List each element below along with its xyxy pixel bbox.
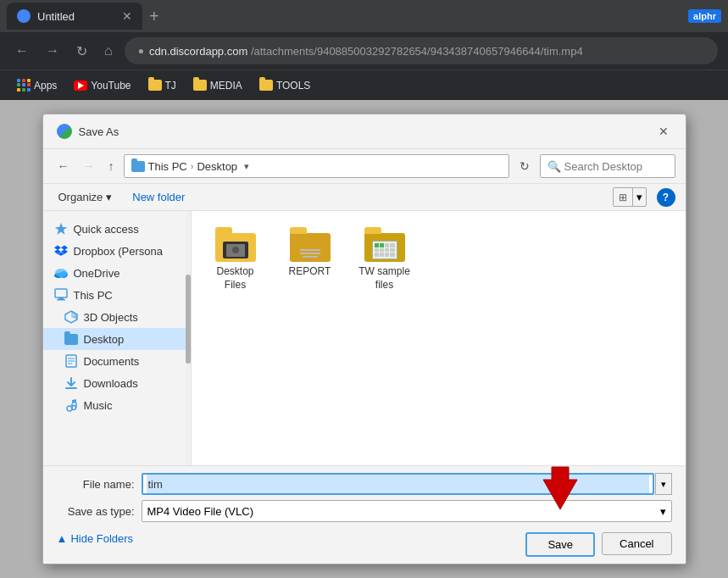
sidebar-item-3d-objects[interactable]: 3D Objects (43, 306, 191, 328)
hide-folders-label: Hide Folders (70, 532, 133, 545)
tab-area: Untitled ✕ + (7, 3, 685, 30)
address-bar-inner: ● cdn.discordapp.com /attachments/940885… (138, 45, 704, 58)
file-label: Desktop Files (207, 265, 264, 292)
sidebar-item-label: Music (84, 399, 113, 412)
folder-icon (364, 226, 405, 262)
filename-dropdown-button[interactable]: ▾ (655, 473, 672, 495)
bookmark-apps[interactable]: Apps (10, 75, 64, 96)
sidebar-item-label: Dropbox (Persona (74, 245, 164, 258)
filename-label: File name: (57, 478, 142, 491)
dialog-title-left: Save As (57, 124, 119, 139)
apps-dot (22, 83, 25, 86)
file-item-tw-sample[interactable]: TW sample files (351, 221, 419, 297)
bookmark-tools[interactable]: TOOLS (253, 76, 317, 95)
file-item-desktop-files[interactable]: Desktop Files (202, 221, 270, 297)
folder-body (290, 233, 331, 262)
view-mode-button[interactable]: ⊞ (614, 189, 632, 206)
file-item-report[interactable]: REPORT (276, 221, 344, 297)
dialog-favicon (57, 124, 72, 139)
address-bar[interactable]: ● cdn.discordapp.com /attachments/940885… (125, 37, 718, 64)
sheet-cell (380, 248, 384, 253)
organize-button[interactable]: Organize ▾ (53, 188, 118, 206)
bookmark-tj[interactable]: TJ (142, 76, 183, 95)
apps-dot (27, 88, 31, 92)
bookmark-youtube-label: YouTube (91, 80, 131, 92)
sheet-cell (375, 248, 379, 253)
search-input[interactable] (564, 160, 668, 173)
apps-dot (22, 79, 25, 82)
sidebar-item-desktop[interactable]: Desktop (43, 328, 191, 350)
apps-dot (22, 88, 25, 92)
help-button[interactable]: ? (657, 188, 675, 207)
new-tab-button[interactable]: + (146, 3, 163, 30)
cancel-button[interactable]: Cancel (602, 532, 671, 555)
bookmark-youtube[interactable]: YouTube (67, 76, 137, 95)
dialog-actions: ▲ Hide Folders (57, 529, 672, 557)
bookmark-media[interactable]: MEDIA (186, 76, 249, 95)
sidebar-item-label: 3D Objects (84, 311, 138, 324)
browser-tab[interactable]: Untitled ✕ (7, 3, 142, 30)
dialog-up-button[interactable]: ↑ (104, 157, 119, 175)
organize-label: Organize (58, 191, 103, 203)
svg-point-3 (55, 269, 67, 277)
sidebar-item-dropbox[interactable]: Dropbox (Persona (43, 240, 191, 262)
save-area: Save (525, 532, 595, 557)
view-dropdown-button[interactable]: ▾ (632, 188, 646, 206)
sidebar-scrollbar[interactable] (186, 211, 191, 465)
dialog-title-bar: Save As ✕ (43, 114, 686, 149)
onedrive-icon (53, 265, 69, 281)
folder-body (215, 233, 256, 262)
dialog-back-button[interactable]: ← (53, 157, 74, 175)
tab-close-button[interactable]: ✕ (122, 9, 132, 23)
savetype-row: Save as type: MP4 Video File (VLC) ▾ (57, 500, 672, 522)
music-icon (64, 397, 79, 413)
sidebar-item-quick-access[interactable]: Quick access (43, 218, 191, 240)
hide-folders-caret-icon: ▲ (57, 532, 68, 545)
savetype-select[interactable]: MP4 Video File (VLC) ▾ (142, 500, 672, 522)
refresh-button[interactable]: ↻ (71, 40, 92, 63)
forward-button[interactable]: → (41, 40, 64, 62)
sidebar-scroll-thumb (186, 275, 191, 364)
dialog-refresh-button[interactable]: ↻ (514, 157, 535, 175)
desktop-folder-icon (64, 331, 79, 347)
breadcrumb-dropdown-button[interactable]: ▾ (241, 161, 253, 172)
dialog-forward-button[interactable]: → (79, 157, 99, 175)
filename-input-wrapper[interactable] (142, 473, 654, 495)
youtube-icon (74, 81, 87, 91)
sidebar-item-label: Quick access (74, 223, 139, 236)
save-button[interactable]: Save (525, 532, 595, 557)
bookmark-tj-label: TJ (165, 80, 176, 92)
filename-input[interactable] (147, 475, 649, 493)
dialog-title-text: Save As (79, 125, 119, 138)
sheet-cell (385, 243, 389, 247)
disk-circle (232, 247, 239, 253)
sidebar-item-label: Desktop (84, 333, 125, 346)
bookmark-tools-label: TOOLS (276, 80, 310, 92)
dialog-close-button[interactable]: ✕ (655, 123, 672, 140)
page-content: Save As ✕ ← → ↑ This PC › Desktop ▾ (0, 100, 728, 578)
tab-title: Untitled (37, 10, 75, 23)
sidebar-item-music[interactable]: Music (43, 394, 191, 416)
dialog-nav-bar: ← → ↑ This PC › Desktop ▾ ↻ 🔍 (43, 149, 686, 184)
sidebar-item-onedrive[interactable]: OneDrive (43, 262, 191, 284)
sheet-cell (380, 243, 384, 247)
breadcrumb-bar[interactable]: This PC › Desktop ▾ (124, 154, 509, 178)
hide-folders-button[interactable]: ▲ Hide Folders (57, 532, 134, 545)
sidebar-item-documents[interactable]: Documents (43, 350, 191, 372)
breadcrumb-desktop: Desktop (197, 160, 237, 173)
sheet-cell (375, 253, 379, 257)
apps-dot (17, 79, 20, 82)
paper-line (300, 249, 320, 251)
view-toggle: ⊞ ▾ (613, 187, 647, 207)
back-button[interactable]: ← (10, 40, 34, 62)
sidebar-item-downloads[interactable]: Downloads (43, 372, 191, 394)
disk-icon (223, 242, 248, 258)
sheet-cell (375, 243, 379, 247)
file-label: TW sample files (356, 265, 414, 292)
sidebar-item-this-pc[interactable]: This PC (43, 284, 191, 306)
search-box[interactable]: 🔍 (540, 154, 675, 178)
new-folder-button[interactable]: New folder (127, 188, 190, 206)
sheet-cell (380, 253, 384, 257)
home-button[interactable]: ⌂ (99, 40, 118, 62)
apps-grid-icon (17, 79, 31, 92)
